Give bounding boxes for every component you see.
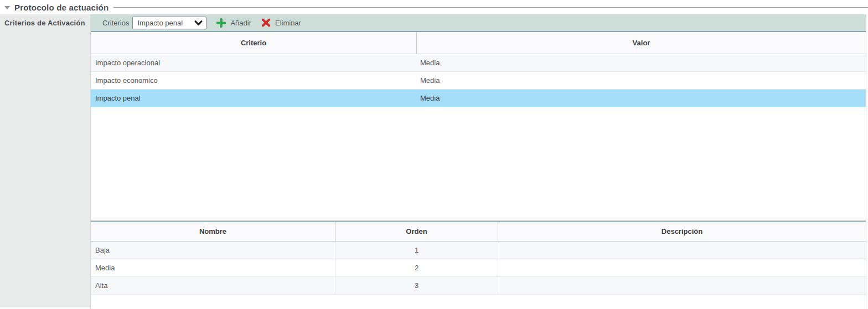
criterios-select[interactable]: Impacto penal	[132, 17, 206, 29]
column-header-valor[interactable]: Valor	[417, 32, 866, 54]
form-label-column: Criterios de Activación	[0, 14, 90, 307]
delete-button[interactable]: Eliminar	[261, 18, 301, 27]
cell-nombre: Alta	[91, 277, 335, 294]
cell-criterio: Impacto economico	[91, 76, 417, 85]
criteria-panel: Criterios Impacto penal Añadir Eliminar …	[90, 14, 866, 309]
add-button-label: Añadir	[230, 19, 251, 27]
column-header-nombre[interactable]: Nombre	[91, 222, 335, 241]
add-button[interactable]: Añadir	[216, 18, 251, 28]
values-table: Nombre Orden Descripción Baja 1 Media 2 …	[91, 221, 866, 309]
column-header-orden[interactable]: Orden	[335, 222, 498, 241]
criteria-table: Criterio Valor Impacto operacional Media…	[91, 32, 866, 235]
table-row[interactable]: Alta 3	[91, 277, 866, 295]
criteria-table-header: Criterio Valor	[91, 32, 866, 54]
table-row[interactable]: Baja 1	[91, 242, 866, 259]
criteria-toolbar: Criterios Impacto penal Añadir Eliminar	[91, 14, 866, 32]
cell-valor: Media	[417, 76, 866, 85]
cell-nombre: Media	[91, 259, 335, 276]
collapse-chevron-icon[interactable]	[4, 6, 10, 9]
table-row[interactable]: Media 2	[91, 259, 866, 277]
cell-criterio: Impacto operacional	[91, 59, 417, 67]
values-table-header: Nombre Orden Descripción	[91, 222, 866, 242]
header-rule	[113, 7, 868, 8]
table-row[interactable]: Impacto economico Media	[91, 72, 866, 90]
criterios-select-value: Impacto penal	[137, 19, 194, 27]
cell-nombre: Baja	[91, 242, 335, 259]
cell-criterio: Impacto penal	[91, 94, 417, 102]
table-row-selected[interactable]: Impacto penal Media	[91, 90, 866, 107]
criterios-dropdown-label: Criterios	[102, 19, 129, 27]
table-row[interactable]: Impacto operacional Media	[91, 54, 866, 72]
plus-icon	[216, 18, 226, 28]
field-label-criterios-activacion: Criterios de Activación	[0, 14, 90, 27]
section-header: Protocolo de actuación	[0, 0, 868, 14]
cell-valor: Media	[417, 94, 866, 102]
column-header-criterio[interactable]: Criterio	[91, 32, 417, 54]
cell-orden: 1	[335, 242, 498, 259]
section-title: Protocolo de actuación	[14, 3, 108, 12]
cell-valor: Media	[417, 59, 866, 67]
x-icon	[261, 18, 271, 27]
cell-orden: 2	[335, 259, 498, 276]
chevron-down-icon	[194, 20, 203, 26]
delete-button-label: Eliminar	[275, 19, 301, 27]
column-header-descripcion[interactable]: Descripción	[498, 222, 866, 241]
cell-orden: 3	[335, 277, 498, 294]
